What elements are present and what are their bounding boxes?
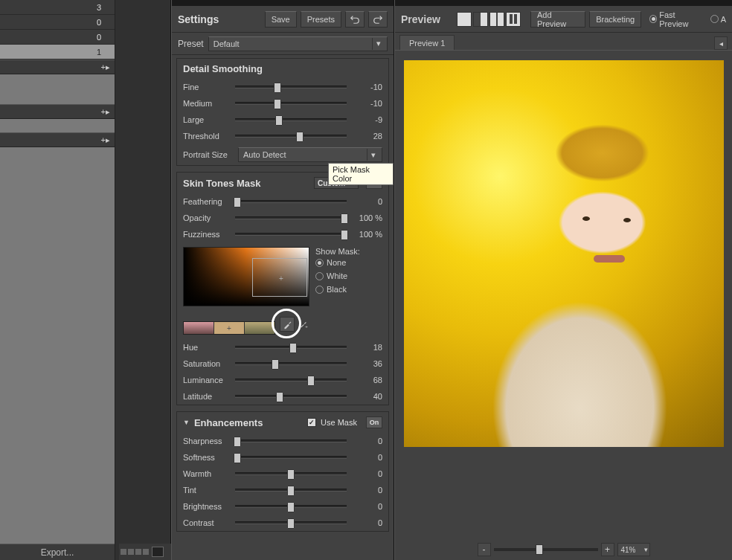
latitude-slider[interactable]: [235, 395, 347, 398]
settings-panel: Settings Save Presets Preset Default Det…: [171, 0, 394, 560]
hue-slider[interactable]: [235, 346, 347, 349]
settings-title: Settings: [178, 13, 261, 25]
left-sidebar: 3 0 0 1 +▸ +▸ +▸ Export...: [0, 0, 115, 560]
luminance-slider[interactable]: [235, 379, 347, 382]
thumbnail-strip[interactable]: [119, 544, 171, 560]
redo-button[interactable]: [368, 11, 388, 28]
fast-preview-radio[interactable]: [649, 15, 657, 23]
slider-value: 0: [351, 437, 382, 445]
slider-value: 0: [351, 486, 382, 495]
color-field[interactable]: +: [183, 247, 309, 306]
threshold-slider[interactable]: [235, 135, 347, 138]
zoom-slider[interactable]: [494, 548, 598, 551]
detail-smoothing-section: Detail Smoothing Fine-10 Medium-10 Large…: [176, 58, 389, 166]
contrast-slider[interactable]: [235, 521, 347, 524]
other-preview-label: A: [721, 15, 726, 24]
section-title: Detail Smoothing: [183, 63, 263, 74]
hue-strip[interactable]: +: [183, 321, 275, 335]
list-row[interactable]: 0: [0, 15, 115, 30]
view-half-button[interactable]: [473, 12, 488, 27]
slider-label: Contrast: [183, 518, 231, 527]
radio-white[interactable]: [315, 272, 324, 280]
slider-value: 0: [351, 502, 382, 511]
fine-slider[interactable]: [235, 86, 347, 88]
portrait-size-label: Portrait Size: [183, 150, 234, 159]
feathering-slider[interactable]: [235, 200, 347, 203]
undo-button[interactable]: [345, 11, 365, 28]
brightness-slider[interactable]: [235, 505, 347, 508]
slider-label: Warmth: [183, 469, 231, 478]
add-eyedropper-icon[interactable]: +: [298, 317, 309, 332]
show-mask-label: Show Mask:: [315, 247, 360, 256]
preview-tab-1[interactable]: Preview 1: [399, 35, 455, 50]
slider-value: 28: [351, 132, 382, 141]
preview-image: [404, 60, 724, 447]
slider-label: Tint: [183, 486, 231, 495]
radio-black[interactable]: [315, 286, 324, 294]
slider-label: Brightness: [183, 502, 231, 511]
color-crosshair: +: [279, 276, 285, 282]
list-row[interactable]: 0: [0, 30, 115, 45]
slider-value: 0: [351, 518, 382, 527]
portrait-size-dropdown[interactable]: Auto Detect: [238, 147, 382, 162]
add-button[interactable]: +▸: [0, 132, 115, 147]
radio-label: Black: [327, 285, 347, 294]
add-button[interactable]: +▸: [0, 104, 115, 119]
add-preview-button[interactable]: Add Preview: [530, 11, 585, 28]
fast-preview-label: Fast Preview: [659, 10, 702, 28]
slider-value: 0: [351, 197, 382, 206]
skin-tones-mask-section: Skin Tones Mask Custom On Feathering0 Op…: [176, 172, 389, 405]
other-preview-radio[interactable]: [710, 15, 719, 23]
tint-slider[interactable]: [235, 489, 347, 492]
section-title: Skin Tones Mask: [183, 178, 261, 189]
export-button[interactable]: Export...: [0, 544, 115, 560]
zoom-dropdown[interactable]: 41%: [617, 543, 650, 556]
slider-label: Fine: [183, 83, 231, 91]
large-slider[interactable]: [235, 118, 347, 121]
slider-label: Softness: [183, 453, 231, 462]
slider-value: 36: [351, 359, 382, 368]
sharpness-slider[interactable]: [235, 440, 347, 442]
enhancements-on-toggle[interactable]: On: [366, 416, 382, 428]
view-dual-button[interactable]: [506, 12, 521, 27]
slider-label: Feathering: [183, 197, 231, 206]
tooltip-pick-mask-color: Pick Mask Color: [328, 163, 394, 185]
presets-button[interactable]: Presets: [301, 11, 341, 28]
gap-column: [115, 0, 171, 560]
view-split-button[interactable]: [489, 12, 504, 27]
medium-slider[interactable]: [235, 102, 347, 105]
slider-value: 100 %: [351, 213, 382, 222]
preset-dropdown[interactable]: Default: [208, 36, 388, 51]
saturation-slider[interactable]: [235, 362, 347, 365]
collapse-icon[interactable]: ▼: [183, 419, 190, 426]
zoom-out-button[interactable]: -: [478, 543, 491, 556]
zoom-in-button[interactable]: +: [601, 543, 614, 556]
slider-label: Opacity: [183, 213, 231, 222]
radio-none[interactable]: [315, 259, 324, 267]
view-single-button[interactable]: [457, 12, 472, 27]
eyedropper-button[interactable]: [280, 317, 295, 332]
slider-label: Sharpness: [183, 437, 231, 445]
slider-label: Large: [183, 115, 231, 124]
preset-label: Preset: [178, 39, 204, 49]
slider-label: Fuzziness: [183, 230, 231, 239]
add-button[interactable]: +▸: [0, 59, 115, 74]
preview-canvas[interactable]: [401, 57, 726, 538]
use-mask-label: Use Mask: [321, 418, 357, 427]
slider-label: Hue: [183, 343, 231, 352]
slider-label: Saturation: [183, 359, 231, 368]
softness-slider[interactable]: [235, 456, 347, 459]
fuzziness-slider[interactable]: [235, 233, 347, 236]
tab-nav-left[interactable]: ◂: [714, 36, 728, 50]
list-row[interactable]: 3: [0, 0, 115, 15]
warmth-slider[interactable]: [235, 472, 347, 475]
list-row-selected[interactable]: 1: [0, 45, 115, 59]
section-title: Enhancements: [194, 417, 263, 428]
opacity-slider[interactable]: [235, 216, 347, 219]
slider-label: Threshold: [183, 132, 231, 141]
bracketing-button[interactable]: Bracketing: [589, 11, 641, 28]
slider-value: -9: [351, 115, 382, 124]
save-button[interactable]: Save: [265, 11, 297, 28]
use-mask-checkbox[interactable]: ✓: [307, 418, 316, 427]
slider-value: 100 %: [351, 230, 382, 239]
